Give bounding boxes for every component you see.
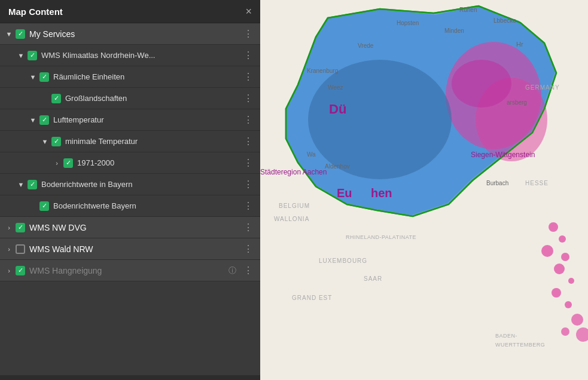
menu-button-minimale-temperatur[interactable]: ⋮ xyxy=(241,136,255,147)
menu-button-lufttemperatur[interactable]: ⋮ xyxy=(241,114,255,125)
close-button[interactable]: × xyxy=(245,6,252,17)
svg-text:Minden: Minden xyxy=(444,27,464,34)
panel-bottom-bar xyxy=(0,375,260,380)
svg-text:GERMANY: GERMANY xyxy=(525,84,560,91)
menu-button-wms-wald-nrw[interactable]: ⋮ xyxy=(241,243,255,255)
menu-button-my-services[interactable]: ⋮ xyxy=(241,28,255,39)
map-view[interactable]: Rühen Hopsten Minden Lbbecke Vrede Hr Kr… xyxy=(260,0,588,380)
svg-text:Hopsten: Hopsten xyxy=(397,20,419,26)
svg-text:hen: hen xyxy=(371,186,392,200)
checkbox-wms-hangneigung[interactable] xyxy=(16,266,25,275)
chevron-icon-my-services[interactable]: ▼ xyxy=(5,30,13,38)
info-icon-wms-hangneigung[interactable]: ⓘ xyxy=(229,265,236,276)
chevron-icon-raumliche-einheiten[interactable]: ▼ xyxy=(29,73,37,81)
tree-row-minimale-temperatur[interactable]: ▼minimale Temperatur⋮ xyxy=(0,131,260,152)
svg-text:LUXEMBOURG: LUXEMBOURG xyxy=(319,258,367,264)
svg-text:BELGIUM: BELGIUM xyxy=(279,203,310,209)
svg-point-9 xyxy=(541,245,553,257)
chevron-icon-bodenrichtwerte-bayern[interactable]: ▼ xyxy=(17,180,25,189)
svg-text:HESSE: HESSE xyxy=(525,180,549,186)
tree-row-1971-2000[interactable]: ›1971-2000⋮ xyxy=(0,152,260,174)
svg-text:Städteregion Aachen: Städteregion Aachen xyxy=(260,168,327,176)
tree-row-wms-wald-nrw[interactable]: ›WMS Wald NRW⋮ xyxy=(0,238,260,260)
svg-text:Vrede: Vrede xyxy=(358,42,374,49)
tree-row-lufttemperatur[interactable]: ▼Lufttemperatur⋮ xyxy=(0,109,260,131)
tree-row-grosslandschaften[interactable]: Großlandschaften⋮ xyxy=(0,88,260,109)
svg-text:Rühen: Rühen xyxy=(459,7,477,13)
checkbox-1971-2000[interactable] xyxy=(63,158,73,168)
svg-text:SAAR: SAAR xyxy=(364,275,382,282)
menu-button-bodenrichtwerte-layer[interactable]: ⋮ xyxy=(241,200,255,212)
svg-text:Aldenhov: Aldenhov xyxy=(325,163,350,170)
svg-point-5 xyxy=(452,60,511,108)
menu-button-wms-nw-dvg[interactable]: ⋮ xyxy=(241,222,255,233)
checkbox-minimale-temperatur[interactable] xyxy=(51,137,61,146)
checkbox-bodenrichtwerte-bayern[interactable] xyxy=(28,180,37,189)
chevron-icon-1971-2000[interactable]: › xyxy=(53,159,61,167)
checkbox-lufttemperatur[interactable] xyxy=(39,115,49,125)
svg-text:Siegen-Wittgenstein: Siegen-Wittgenstein xyxy=(471,151,535,159)
label-wms-hangneigung: WMS Hangneigung xyxy=(29,266,229,275)
svg-text:arsberg: arsberg xyxy=(507,99,527,106)
chevron-icon-wms-hangneigung[interactable]: › xyxy=(5,266,13,275)
menu-button-bodenrichtwerte-bayern[interactable]: ⋮ xyxy=(241,179,255,190)
label-raumliche-einheiten: Räumliche Einheiten xyxy=(53,72,239,81)
svg-text:WALLONIA: WALLONIA xyxy=(274,216,309,222)
panel-title: Map Content xyxy=(8,7,63,17)
checkbox-wms-wald-nrw[interactable] xyxy=(16,244,25,254)
label-wms-nw-dvg: WMS NW DVG xyxy=(29,223,239,232)
checkbox-wms-nw-dvg[interactable] xyxy=(16,223,25,232)
svg-text:Hr: Hr xyxy=(516,41,523,48)
checkbox-bodenrichtwerte-layer[interactable] xyxy=(39,201,49,211)
menu-button-wms-klimaatlas[interactable]: ⋮ xyxy=(241,50,255,61)
svg-point-7 xyxy=(549,222,558,232)
svg-text:Burbach: Burbach xyxy=(486,180,508,186)
svg-point-13 xyxy=(552,288,561,298)
tree-row-wms-klimaatlas[interactable]: ▼WMS Klimaatlas Nordrhein-We...⋮ xyxy=(0,45,260,66)
svg-point-8 xyxy=(559,235,566,243)
menu-button-grosslandschaften[interactable]: ⋮ xyxy=(241,93,255,104)
svg-point-12 xyxy=(568,278,574,284)
chevron-icon-grosslandschaften[interactable] xyxy=(41,94,49,103)
tree-row-bodenrichtwerte-bayern[interactable]: ▼Bodenrichtwerte in Bayern⋮ xyxy=(0,174,260,195)
tree-row-bodenrichtwerte-layer[interactable]: Bodenrichtwerte Bayern⋮ xyxy=(0,195,260,217)
svg-point-11 xyxy=(554,263,565,274)
chevron-icon-wms-klimaatlas[interactable]: ▼ xyxy=(17,51,25,60)
layer-tree: ▼My Services⋮▼WMS Klimaatlas Nordrhein-W… xyxy=(0,23,260,375)
svg-point-10 xyxy=(561,253,569,261)
chevron-icon-lufttemperatur[interactable]: ▼ xyxy=(29,116,37,124)
menu-button-raumliche-einheiten[interactable]: ⋮ xyxy=(241,71,255,82)
label-bodenrichtwerte-bayern: Bodenrichtwerte in Bayern xyxy=(41,180,239,189)
svg-text:GRAND EST: GRAND EST xyxy=(292,295,332,301)
chevron-icon-wms-wald-nrw[interactable]: › xyxy=(5,245,13,253)
svg-text:Lbbecke: Lbbecke xyxy=(493,17,516,24)
svg-point-14 xyxy=(565,301,572,308)
label-wms-klimaatlas: WMS Klimaatlas Nordrhein-We... xyxy=(41,51,239,60)
tree-row-wms-nw-dvg[interactable]: ›WMS NW DVG⋮ xyxy=(0,217,260,238)
label-bodenrichtwerte-layer: Bodenrichtwerte Bayern xyxy=(53,201,239,210)
svg-text:Eu: Eu xyxy=(337,186,352,200)
svg-text:Kranenburg: Kranenburg xyxy=(307,68,338,74)
svg-text:BADEN-: BADEN- xyxy=(495,333,517,339)
chevron-icon-bodenrichtwerte-layer[interactable] xyxy=(29,202,37,210)
tree-row-raumliche-einheiten[interactable]: ▼Räumliche Einheiten⋮ xyxy=(0,66,260,88)
label-grosslandschaften: Großlandschaften xyxy=(65,94,239,103)
tree-row-my-services[interactable]: ▼My Services⋮ xyxy=(0,23,260,45)
label-my-services: My Services xyxy=(29,29,239,39)
chevron-icon-minimale-temperatur[interactable]: ▼ xyxy=(41,137,49,146)
panel-header: Map Content × xyxy=(0,0,260,23)
checkbox-grosslandschaften[interactable] xyxy=(51,94,61,103)
checkbox-raumliche-einheiten[interactable] xyxy=(39,72,49,82)
svg-text:Dü: Dü xyxy=(329,102,346,117)
checkbox-my-services[interactable] xyxy=(16,29,25,39)
checkbox-wms-klimaatlas[interactable] xyxy=(28,51,37,60)
label-wms-wald-nrw: WMS Wald NRW xyxy=(29,244,239,254)
menu-button-1971-2000[interactable]: ⋮ xyxy=(241,157,255,168)
svg-text:WUERTTEMBERG: WUERTTEMBERG xyxy=(495,342,545,348)
chevron-icon-wms-nw-dvg[interactable]: › xyxy=(5,223,13,232)
map-svg: Rühen Hopsten Minden Lbbecke Vrede Hr Kr… xyxy=(260,0,588,380)
menu-button-wms-hangneigung[interactable]: ⋮ xyxy=(241,265,255,276)
label-minimale-temperatur: minimale Temperatur xyxy=(65,137,239,146)
label-lufttemperatur: Lufttemperatur xyxy=(53,115,239,124)
tree-row-wms-hangneigung[interactable]: ›WMS Hangneigungⓘ⋮ xyxy=(0,260,260,281)
